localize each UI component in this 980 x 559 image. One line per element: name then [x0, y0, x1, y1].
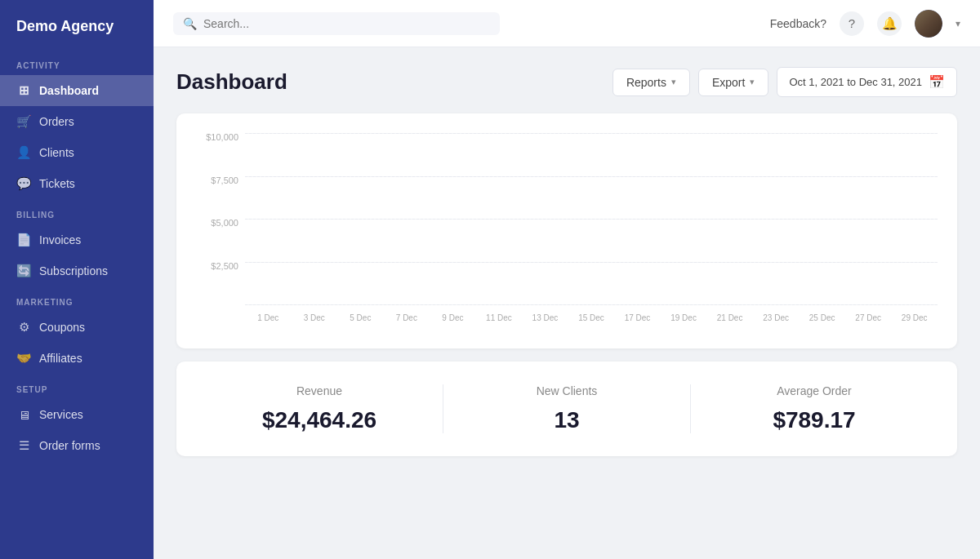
- dashboard-icon: ⊞: [16, 83, 31, 98]
- sidebar-label-order-forms: Order forms: [39, 439, 100, 452]
- export-button[interactable]: Export ▾: [698, 69, 768, 96]
- x-label: 3 Dec: [292, 313, 338, 322]
- page-header: Dashboard Reports ▾ Export ▾ Oct 1, 2021…: [176, 67, 957, 97]
- services-icon: 🖥: [16, 407, 31, 422]
- export-chevron-icon: ▾: [750, 77, 755, 87]
- export-label: Export: [712, 76, 745, 89]
- sidebar-item-order-forms[interactable]: ☰Order forms: [0, 430, 154, 461]
- topbar: 🔍 Feedback? ? 🔔 ▾: [154, 0, 980, 47]
- bar-chart: $10,000$7,500$5,000$2,500 1 Dec3 Dec5 De…: [196, 133, 938, 329]
- sidebar-label-tickets: Tickets: [39, 177, 75, 190]
- sidebar-label-affiliates: Affiliates: [39, 352, 82, 365]
- bars-container: [245, 133, 938, 304]
- sidebar-label-coupons: Coupons: [39, 321, 85, 334]
- y-label: $7,500: [211, 176, 238, 185]
- sidebar-label-services: Services: [39, 408, 83, 421]
- stat-value: $789.17: [691, 407, 938, 433]
- x-label: 15 Dec: [568, 313, 615, 322]
- clients-icon: 👤: [16, 145, 31, 160]
- feedback-button[interactable]: Feedback?: [770, 17, 826, 30]
- page-title: Dashboard: [176, 69, 287, 95]
- invoices-icon: 📄: [16, 233, 31, 247]
- gridline: [245, 304, 938, 305]
- sidebar-item-coupons[interactable]: ⚙Coupons: [0, 312, 154, 343]
- x-label: 17 Dec: [614, 313, 661, 322]
- x-label: 29 Dec: [891, 313, 938, 322]
- sidebar-item-dashboard[interactable]: ⊞Dashboard: [0, 75, 154, 106]
- x-label: 27 Dec: [845, 313, 892, 322]
- stat-value: 13: [443, 407, 690, 433]
- coupons-icon: ⚙: [16, 320, 31, 335]
- x-label: 5 Dec: [337, 313, 384, 322]
- chart-card: $10,000$7,500$5,000$2,500 1 Dec3 Dec5 De…: [176, 113, 957, 348]
- calendar-icon: 📅: [929, 74, 945, 90]
- reports-button[interactable]: Reports ▾: [612, 69, 690, 96]
- sidebar-label-subscriptions: Subscriptions: [39, 264, 108, 277]
- main-area: 🔍 Feedback? ? 🔔 ▾ Dashboard Reports ▾ E: [154, 0, 980, 559]
- avatar-chevron[interactable]: ▾: [956, 18, 960, 29]
- x-label: 25 Dec: [799, 313, 845, 322]
- sidebar-label-orders: Orders: [39, 115, 74, 128]
- help-icon[interactable]: ?: [840, 11, 864, 36]
- sidebar-section-marketing: MARKETING: [0, 286, 154, 312]
- brand-title: Demo Agency: [0, 0, 154, 50]
- topbar-right: Feedback? ? 🔔 ▾: [770, 10, 960, 38]
- x-label: 23 Dec: [753, 313, 800, 322]
- x-label: 21 Dec: [706, 313, 753, 322]
- content-area: Dashboard Reports ▾ Export ▾ Oct 1, 2021…: [154, 47, 980, 559]
- y-axis: $10,000$7,500$5,000$2,500: [196, 133, 245, 304]
- stat-block-new-clients: New Clients13: [443, 384, 690, 433]
- stat-label: New Clients: [443, 384, 690, 397]
- search-input[interactable]: [203, 17, 490, 30]
- tickets-icon: 💬: [16, 176, 31, 191]
- orders-icon: 🛒: [16, 114, 31, 129]
- search-bar[interactable]: 🔍: [173, 12, 500, 35]
- avatar[interactable]: [915, 10, 942, 38]
- affiliates-icon: 🤝: [16, 351, 31, 366]
- sidebar-item-subscriptions[interactable]: 🔄Subscriptions: [0, 255, 154, 286]
- sidebar-item-tickets[interactable]: 💬Tickets: [0, 168, 154, 199]
- sidebar: Demo Agency ACTIVITY⊞Dashboard🛒Orders👤Cl…: [0, 0, 154, 559]
- y-label: $2,500: [211, 262, 238, 271]
- x-axis: 1 Dec3 Dec5 Dec7 Dec9 Dec11 Dec13 Dec15 …: [245, 306, 938, 329]
- sidebar-label-clients: Clients: [39, 146, 74, 159]
- y-label: $5,000: [211, 219, 238, 228]
- x-label: 1 Dec: [245, 313, 292, 322]
- x-label: 11 Dec: [476, 313, 523, 322]
- avatar-image: [915, 10, 942, 38]
- x-label: 9 Dec: [430, 313, 476, 322]
- sidebar-section-billing: BILLING: [0, 199, 154, 224]
- x-label: 13 Dec: [522, 313, 568, 322]
- sidebar-section-activity: ACTIVITY: [0, 50, 154, 75]
- sidebar-item-clients[interactable]: 👤Clients: [0, 137, 154, 168]
- x-label: 7 Dec: [384, 313, 430, 322]
- search-icon: 🔍: [183, 17, 197, 30]
- sidebar-item-orders[interactable]: 🛒Orders: [0, 106, 154, 137]
- sidebar-item-invoices[interactable]: 📄Invoices: [0, 224, 154, 255]
- stat-block-average-order: Average Order$789.17: [691, 384, 938, 433]
- bell-icon[interactable]: 🔔: [877, 11, 902, 36]
- sidebar-section-setup: SETUP: [0, 374, 154, 399]
- subscriptions-icon: 🔄: [16, 264, 31, 278]
- date-range-text: Oct 1, 2021 to Dec 31, 2021: [789, 76, 922, 88]
- sidebar-item-affiliates[interactable]: 🤝Affiliates: [0, 343, 154, 374]
- stat-block-revenue: Revenue$24,464.26: [196, 384, 443, 433]
- header-actions: Reports ▾ Export ▾ Oct 1, 2021 to Dec 31…: [612, 67, 957, 97]
- y-label: $10,000: [206, 133, 238, 142]
- date-range-button[interactable]: Oct 1, 2021 to Dec 31, 2021 📅: [777, 67, 957, 97]
- reports-chevron-icon: ▾: [671, 77, 676, 87]
- stat-value: $24,464.26: [196, 407, 443, 433]
- sidebar-label-dashboard: Dashboard: [39, 84, 99, 97]
- stat-label: Average Order: [691, 384, 938, 397]
- order-forms-icon: ☰: [16, 438, 31, 453]
- x-label: 19 Dec: [661, 313, 707, 322]
- sidebar-item-services[interactable]: 🖥Services: [0, 399, 154, 430]
- reports-label: Reports: [626, 76, 666, 89]
- sidebar-label-invoices: Invoices: [39, 233, 81, 246]
- stats-card: Revenue$24,464.26New Clients13Average Or…: [176, 362, 957, 456]
- stat-label: Revenue: [196, 384, 443, 397]
